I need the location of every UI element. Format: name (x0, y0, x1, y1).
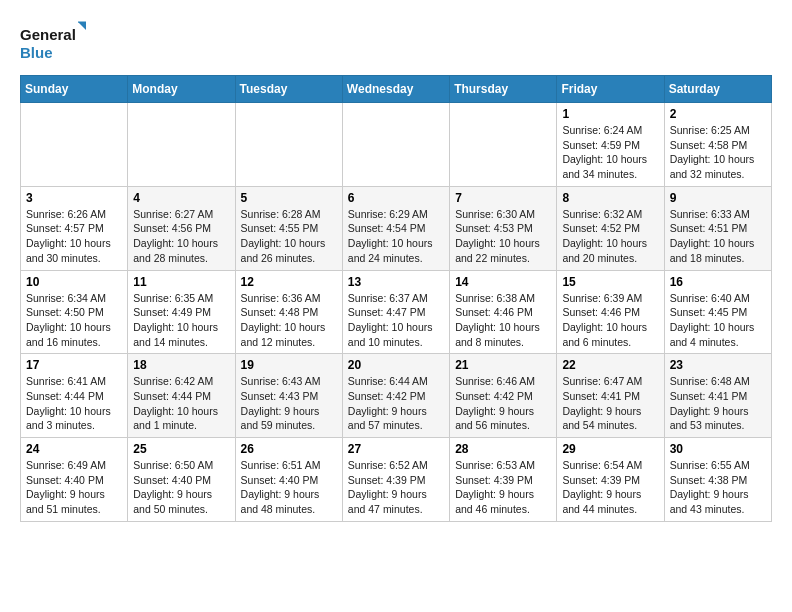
calendar-day-cell: 26Sunrise: 6:51 AMSunset: 4:40 PMDayligh… (235, 438, 342, 522)
day-info: Sunrise: 6:30 AMSunset: 4:53 PMDaylight:… (455, 207, 551, 266)
day-number: 26 (241, 442, 337, 456)
calendar: SundayMondayTuesdayWednesdayThursdayFrid… (20, 75, 772, 522)
day-number: 6 (348, 191, 444, 205)
svg-marker-2 (78, 22, 86, 30)
day-number: 10 (26, 275, 122, 289)
day-info: Sunrise: 6:28 AMSunset: 4:55 PMDaylight:… (241, 207, 337, 266)
day-number: 2 (670, 107, 766, 121)
weekday-header: Friday (557, 76, 664, 103)
day-info: Sunrise: 6:41 AMSunset: 4:44 PMDaylight:… (26, 374, 122, 433)
weekday-header: Saturday (664, 76, 771, 103)
calendar-day-cell: 20Sunrise: 6:44 AMSunset: 4:42 PMDayligh… (342, 354, 449, 438)
empty-cell (21, 103, 128, 187)
calendar-day-cell: 18Sunrise: 6:42 AMSunset: 4:44 PMDayligh… (128, 354, 235, 438)
empty-cell (128, 103, 235, 187)
day-info: Sunrise: 6:27 AMSunset: 4:56 PMDaylight:… (133, 207, 229, 266)
day-info: Sunrise: 6:49 AMSunset: 4:40 PMDaylight:… (26, 458, 122, 517)
day-number: 25 (133, 442, 229, 456)
calendar-day-cell: 2Sunrise: 6:25 AMSunset: 4:58 PMDaylight… (664, 103, 771, 187)
day-info: Sunrise: 6:44 AMSunset: 4:42 PMDaylight:… (348, 374, 444, 433)
day-info: Sunrise: 6:36 AMSunset: 4:48 PMDaylight:… (241, 291, 337, 350)
day-info: Sunrise: 6:37 AMSunset: 4:47 PMDaylight:… (348, 291, 444, 350)
weekday-header: Thursday (450, 76, 557, 103)
day-info: Sunrise: 6:39 AMSunset: 4:46 PMDaylight:… (562, 291, 658, 350)
calendar-week-row: 3Sunrise: 6:26 AMSunset: 4:57 PMDaylight… (21, 186, 772, 270)
empty-cell (235, 103, 342, 187)
day-number: 12 (241, 275, 337, 289)
calendar-day-cell: 16Sunrise: 6:40 AMSunset: 4:45 PMDayligh… (664, 270, 771, 354)
logo: General Blue (20, 20, 90, 65)
calendar-week-row: 10Sunrise: 6:34 AMSunset: 4:50 PMDayligh… (21, 270, 772, 354)
day-number: 15 (562, 275, 658, 289)
day-info: Sunrise: 6:43 AMSunset: 4:43 PMDaylight:… (241, 374, 337, 433)
calendar-day-cell: 22Sunrise: 6:47 AMSunset: 4:41 PMDayligh… (557, 354, 664, 438)
calendar-day-cell: 28Sunrise: 6:53 AMSunset: 4:39 PMDayligh… (450, 438, 557, 522)
day-info: Sunrise: 6:46 AMSunset: 4:42 PMDaylight:… (455, 374, 551, 433)
calendar-day-cell: 23Sunrise: 6:48 AMSunset: 4:41 PMDayligh… (664, 354, 771, 438)
day-info: Sunrise: 6:51 AMSunset: 4:40 PMDaylight:… (241, 458, 337, 517)
calendar-day-cell: 30Sunrise: 6:55 AMSunset: 4:38 PMDayligh… (664, 438, 771, 522)
logo-svg: General Blue (20, 20, 90, 65)
calendar-day-cell: 24Sunrise: 6:49 AMSunset: 4:40 PMDayligh… (21, 438, 128, 522)
day-number: 30 (670, 442, 766, 456)
day-info: Sunrise: 6:32 AMSunset: 4:52 PMDaylight:… (562, 207, 658, 266)
day-number: 5 (241, 191, 337, 205)
weekday-header: Wednesday (342, 76, 449, 103)
day-info: Sunrise: 6:40 AMSunset: 4:45 PMDaylight:… (670, 291, 766, 350)
calendar-day-cell: 9Sunrise: 6:33 AMSunset: 4:51 PMDaylight… (664, 186, 771, 270)
day-number: 17 (26, 358, 122, 372)
calendar-day-cell: 10Sunrise: 6:34 AMSunset: 4:50 PMDayligh… (21, 270, 128, 354)
day-number: 18 (133, 358, 229, 372)
day-number: 21 (455, 358, 551, 372)
day-info: Sunrise: 6:24 AMSunset: 4:59 PMDaylight:… (562, 123, 658, 182)
day-info: Sunrise: 6:29 AMSunset: 4:54 PMDaylight:… (348, 207, 444, 266)
day-number: 16 (670, 275, 766, 289)
day-info: Sunrise: 6:33 AMSunset: 4:51 PMDaylight:… (670, 207, 766, 266)
day-info: Sunrise: 6:25 AMSunset: 4:58 PMDaylight:… (670, 123, 766, 182)
calendar-week-row: 1Sunrise: 6:24 AMSunset: 4:59 PMDaylight… (21, 103, 772, 187)
calendar-week-row: 17Sunrise: 6:41 AMSunset: 4:44 PMDayligh… (21, 354, 772, 438)
day-info: Sunrise: 6:47 AMSunset: 4:41 PMDaylight:… (562, 374, 658, 433)
day-number: 14 (455, 275, 551, 289)
calendar-day-cell: 27Sunrise: 6:52 AMSunset: 4:39 PMDayligh… (342, 438, 449, 522)
weekday-header-row: SundayMondayTuesdayWednesdayThursdayFrid… (21, 76, 772, 103)
day-number: 29 (562, 442, 658, 456)
empty-cell (342, 103, 449, 187)
day-number: 11 (133, 275, 229, 289)
calendar-day-cell: 4Sunrise: 6:27 AMSunset: 4:56 PMDaylight… (128, 186, 235, 270)
day-number: 22 (562, 358, 658, 372)
day-info: Sunrise: 6:34 AMSunset: 4:50 PMDaylight:… (26, 291, 122, 350)
weekday-header: Sunday (21, 76, 128, 103)
weekday-header: Tuesday (235, 76, 342, 103)
calendar-day-cell: 1Sunrise: 6:24 AMSunset: 4:59 PMDaylight… (557, 103, 664, 187)
day-number: 4 (133, 191, 229, 205)
calendar-day-cell: 5Sunrise: 6:28 AMSunset: 4:55 PMDaylight… (235, 186, 342, 270)
calendar-day-cell: 7Sunrise: 6:30 AMSunset: 4:53 PMDaylight… (450, 186, 557, 270)
day-number: 7 (455, 191, 551, 205)
calendar-day-cell: 25Sunrise: 6:50 AMSunset: 4:40 PMDayligh… (128, 438, 235, 522)
calendar-day-cell: 13Sunrise: 6:37 AMSunset: 4:47 PMDayligh… (342, 270, 449, 354)
day-info: Sunrise: 6:50 AMSunset: 4:40 PMDaylight:… (133, 458, 229, 517)
calendar-day-cell: 19Sunrise: 6:43 AMSunset: 4:43 PMDayligh… (235, 354, 342, 438)
day-info: Sunrise: 6:38 AMSunset: 4:46 PMDaylight:… (455, 291, 551, 350)
day-info: Sunrise: 6:52 AMSunset: 4:39 PMDaylight:… (348, 458, 444, 517)
day-number: 20 (348, 358, 444, 372)
svg-text:General: General (20, 26, 76, 43)
day-number: 13 (348, 275, 444, 289)
calendar-day-cell: 3Sunrise: 6:26 AMSunset: 4:57 PMDaylight… (21, 186, 128, 270)
day-info: Sunrise: 6:48 AMSunset: 4:41 PMDaylight:… (670, 374, 766, 433)
day-number: 9 (670, 191, 766, 205)
calendar-day-cell: 6Sunrise: 6:29 AMSunset: 4:54 PMDaylight… (342, 186, 449, 270)
day-number: 1 (562, 107, 658, 121)
calendar-day-cell: 29Sunrise: 6:54 AMSunset: 4:39 PMDayligh… (557, 438, 664, 522)
day-number: 27 (348, 442, 444, 456)
calendar-day-cell: 8Sunrise: 6:32 AMSunset: 4:52 PMDaylight… (557, 186, 664, 270)
day-info: Sunrise: 6:54 AMSunset: 4:39 PMDaylight:… (562, 458, 658, 517)
calendar-week-row: 24Sunrise: 6:49 AMSunset: 4:40 PMDayligh… (21, 438, 772, 522)
day-info: Sunrise: 6:42 AMSunset: 4:44 PMDaylight:… (133, 374, 229, 433)
calendar-day-cell: 14Sunrise: 6:38 AMSunset: 4:46 PMDayligh… (450, 270, 557, 354)
day-info: Sunrise: 6:53 AMSunset: 4:39 PMDaylight:… (455, 458, 551, 517)
empty-cell (450, 103, 557, 187)
day-number: 24 (26, 442, 122, 456)
day-number: 23 (670, 358, 766, 372)
